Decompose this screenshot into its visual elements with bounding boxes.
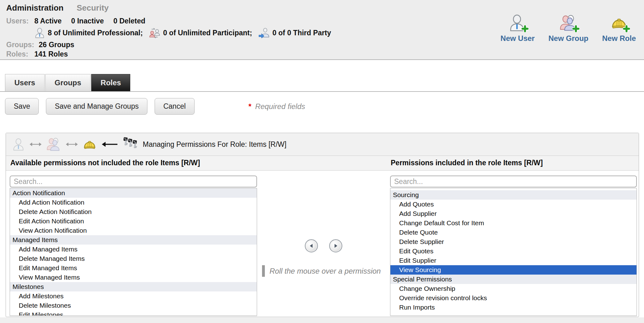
permissions-panel: Managing Permissions For Role: Items [R/… <box>6 133 639 317</box>
tab-groups[interactable]: Groups <box>45 74 91 91</box>
panel-title-bar: Managing Permissions For Role: Items [R/… <box>6 133 639 156</box>
included-permissions-pane: Sourcing Add Quotes Add Supplier Change … <box>390 176 637 316</box>
third-party-license-text: 0 of 0 Third Party <box>272 29 331 37</box>
permission-category[interactable]: Milestones <box>10 282 257 291</box>
permission-category[interactable]: Managed Items <box>10 235 257 245</box>
professional-license-text: 8 of Unlimited Professional; <box>48 29 143 37</box>
save-and-manage-groups-button[interactable]: Save and Manage Groups <box>46 98 147 115</box>
permission-item[interactable]: Edit Quotes <box>390 246 637 256</box>
permission-item[interactable]: Add Quotes <box>390 200 637 209</box>
participant-license: 0 of Unlimited Participant; <box>149 27 252 38</box>
new-user-button[interactable]: New User <box>501 14 535 43</box>
cancel-button[interactable]: Cancel <box>155 98 195 115</box>
new-role-label: New Role <box>602 34 636 43</box>
included-search-input[interactable] <box>390 176 637 187</box>
permission-item[interactable]: Delete Milestones <box>10 301 257 310</box>
users-active-count: 8 Active <box>34 17 62 25</box>
tab-users[interactable]: Users <box>5 74 45 91</box>
permission-item[interactable]: Override revision control locks <box>390 293 637 303</box>
permission-category[interactable]: Action Notification <box>10 188 257 198</box>
left-right-arrow-icon <box>66 141 78 147</box>
users-counts: 8 Active 0 Inactive 0 Deleted <box>34 17 153 25</box>
permission-item[interactable]: Edit Managed Items <box>10 263 257 273</box>
available-permissions-header: Available permissions not included the r… <box>10 159 200 167</box>
new-role-button[interactable]: New Role <box>602 14 636 43</box>
required-fields-text: Required fields <box>255 102 305 111</box>
permission-item[interactable]: Edit Milestones <box>10 310 257 316</box>
participant-license-text: 0 of Unlimited Participant; <box>163 29 252 37</box>
included-permissions-list[interactable]: Sourcing Add Quotes Add Supplier Change … <box>390 188 637 316</box>
permission-category[interactable]: Sourcing <box>390 190 637 200</box>
new-group-button[interactable]: New Group <box>548 14 588 43</box>
roles-count: 141 Roles <box>34 50 68 58</box>
move-right-button[interactable] <box>329 239 342 252</box>
roles-stat-row: Roles: 141 Roles <box>6 49 337 59</box>
keys-icon <box>123 137 138 152</box>
permission-item[interactable]: View Managed Items <box>10 273 257 282</box>
left-arrow-icon <box>101 141 118 148</box>
permission-item[interactable]: Change Ownership <box>390 284 637 293</box>
tab-bar: Users Groups Roles <box>0 74 644 92</box>
available-permissions-list[interactable]: Action Notification Add Action Notificat… <box>10 188 257 316</box>
role-relation-icons <box>12 137 138 152</box>
permission-item[interactable]: Change Default Cost for Item <box>390 218 637 228</box>
permission-item-selected[interactable]: View Sourcing <box>390 265 637 275</box>
professional-license: 8 of Unlimited Professional; <box>34 27 143 38</box>
toolbar: Save Save and Manage Groups Cancel *Requ… <box>5 98 305 115</box>
permission-item[interactable]: Delete Managed Items <box>10 254 257 263</box>
permission-item[interactable]: Delete Quote <box>390 228 637 237</box>
required-fields-note: *Required fields <box>249 102 305 111</box>
summary-stats: Users: 8 Active 0 Inactive 0 Deleted 8 o… <box>6 16 337 59</box>
available-permissions-pane: Action Notification Add Action Notificat… <box>10 176 257 316</box>
license-stat-row: 8 of Unlimited Professional; 0 of Unlimi… <box>6 26 337 40</box>
permission-item[interactable] <box>390 312 637 316</box>
third-party-user-arrow-icon <box>258 27 270 38</box>
permission-item[interactable]: Add Managed Items <box>10 245 257 254</box>
group-plus-icon <box>560 14 577 31</box>
third-party-license: 0 of 0 Third Party <box>258 27 331 38</box>
participant-user-swap-icon <box>149 27 160 38</box>
group-icon <box>47 138 61 151</box>
transfer-controls: Roll the mouse over a permission <box>257 171 390 317</box>
breadcrumb-administration[interactable]: Administration <box>6 3 63 12</box>
permission-item[interactable]: Delete Action Notification <box>10 207 257 216</box>
users-deleted-count: 0 Deleted <box>113 17 145 25</box>
users-label: Users: <box>6 17 34 25</box>
rollover-hint: Roll the mouse over a permission <box>262 265 381 277</box>
permission-item[interactable]: Add Action Notification <box>10 198 257 207</box>
quick-actions: New User New Group <box>501 14 636 43</box>
permission-item[interactable]: Add Milestones <box>10 291 257 301</box>
users-inactive-count: 0 Inactive <box>71 17 104 25</box>
new-user-label: New User <box>501 34 535 43</box>
tab-roles[interactable]: Roles <box>91 74 130 91</box>
included-permissions-header: Permissions included in the role Items [… <box>391 159 543 167</box>
permission-item[interactable]: Add Supplier <box>390 209 637 218</box>
breadcrumb-security[interactable]: Security <box>77 3 109 12</box>
required-asterisk: * <box>249 102 251 111</box>
move-left-button[interactable] <box>305 239 318 252</box>
user-plus-icon <box>509 14 526 31</box>
panel-body: Action Notification Add Action Notificat… <box>6 171 639 317</box>
save-button[interactable]: Save <box>5 98 39 115</box>
roles-label: Roles: <box>6 50 34 58</box>
user-icon <box>12 138 25 151</box>
circle-right-arrow-icon <box>333 243 339 249</box>
left-right-arrow-icon <box>29 141 42 147</box>
groups-stat-row: Groups: 26 Groups <box>6 40 337 49</box>
permission-item[interactable]: Delete Supplier <box>390 237 637 246</box>
permission-item[interactable]: View Action Notification <box>10 226 257 235</box>
permission-item[interactable]: Edit Action Notification <box>10 216 257 226</box>
new-group-label: New Group <box>548 34 588 43</box>
header-band: AdministrationSecurity Users: 8 Active 0… <box>0 0 644 60</box>
hardhat-plus-icon <box>611 14 627 31</box>
groups-label: Groups: <box>6 41 34 49</box>
permission-category[interactable]: Special Permissions <box>390 275 637 284</box>
hardhat-icon <box>83 137 97 151</box>
permission-item[interactable]: Edit Supplier <box>390 256 637 265</box>
permission-item[interactable]: Run Imports <box>390 303 637 312</box>
page-bottom-strip <box>0 317 644 323</box>
column-headers: Available permissions not included the r… <box>6 156 639 171</box>
available-search-input[interactable] <box>10 176 257 187</box>
breadcrumb: AdministrationSecurity <box>6 3 109 13</box>
groups-count: 26 Groups <box>39 41 74 49</box>
